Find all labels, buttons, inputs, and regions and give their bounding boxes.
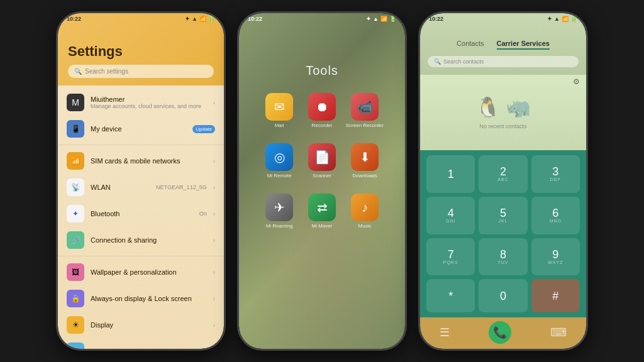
connection-icon: 🔗 [67,231,84,249]
contact-char-rhino: 🦏 [506,96,531,119]
miuithemer-icon: M [67,94,84,111]
no-recent-contacts: No recent contacts [479,123,526,129]
status-time-3: 10:22 [429,16,443,22]
settings-item-wallpaper[interactable]: 🖼 Wallpaper & personalization › [58,259,224,285]
downloads-icon: ⬇ [351,143,379,171]
num-key-0[interactable]: 0 [479,279,527,312]
app-mi-mover[interactable]: ⇄ Mi Mover [301,186,343,236]
lockscreen-chevron: › [213,295,215,302]
num-key-6[interactable]: 6 MNO [531,197,580,234]
scanner-icon: 📄 [308,143,336,171]
num-key-2[interactable]: 2 ABC [479,155,527,193]
num-key-4[interactable]: 4 GHI [426,197,475,234]
num-key-3[interactable]: 3 DEF [531,155,580,193]
lockscreen-text: Always-on display & Lock screen [91,295,207,302]
num-key-9[interactable]: 9 WXYZ [531,238,580,276]
bluetooth-icon: ✦ [67,205,84,222]
status-bar-2: 10:22 ✦ ▲ 📶 🔋 [239,13,405,25]
wallpaper-text: Wallpaper & personalization [91,268,207,276]
app-music[interactable]: ♪ Music [343,186,386,236]
app-scanner[interactable]: 📄 Scanner [301,136,343,186]
mydevice-icon: 📱 [67,120,84,138]
num-key-5[interactable]: 5 JKL [479,197,527,234]
app-mail[interactable]: ✉ Mail [258,85,301,136]
settings-section-account: M Miuithemer Manage accounts, cloud serv… [58,89,224,145]
num-key-1[interactable]: 1 [426,155,475,193]
app-mi-roaming[interactable]: ✈ Mi Roaming [258,186,301,236]
search-contacts-placeholder: Search contacts [443,58,484,65]
mail-icon: ✉ [265,93,293,121]
status-bar-3: 10:22 ✦ ▲ 📶 🔋 [420,13,586,25]
search-placeholder: Search settings [85,68,128,75]
settings-item-lockscreen[interactable]: 🔒 Always-on display & Lock screen › [58,285,224,312]
settings-item-wlan[interactable]: 📡 WLAN NETGEAR_112_5G › [58,174,224,200]
dialpad-icon[interactable]: ⌨ [550,326,567,339]
sim-text: SIM cards & mobile networks [91,157,207,165]
connection-chevron: › [213,237,215,244]
app-recorder[interactable]: ⏺ Recorder [301,85,343,136]
mi-roaming-icon: ✈ [265,194,293,221]
sim-icon: 📶 [67,152,84,170]
sound-chevron: › [213,348,215,349]
app-grid: ✉ Mail ⏺ Recorder 📹 Screen Recorder ◎ Mi… [258,85,386,236]
tab-carrier-services[interactable]: Carrier Services [497,40,550,50]
contact-char-penguin: 🐧 [475,96,501,119]
status-bar-1: 10:22 ✦ ▲ 📶 🔋 [58,13,224,25]
wlan-chevron: › [213,184,215,191]
sound-text: Sound & vibration [91,348,207,349]
dialer-search[interactable]: 🔍 Search contacts [428,56,579,67]
settings-item-connection[interactable]: 🔗 Connection & sharing › [58,227,224,253]
settings-item-miuithemer[interactable]: M Miuithemer Manage accounts, cloud serv… [58,89,224,116]
bluetooth-chevron: › [213,211,215,217]
settings-section-display: 🖼 Wallpaper & personalization › 🔒 Always… [58,259,224,349]
bluetooth-text: Bluetooth [91,210,193,217]
phone-apps: 10:22 ✦ ▲ 📶 🔋 Tools ✉ Mail ⏺ Recorder 📹 … [237,11,407,351]
settings-list: M Miuithemer Manage accounts, cloud serv… [58,85,224,349]
num-key-8[interactable]: 8 TUV [479,238,527,276]
display-icon: ☀ [67,316,84,334]
num-key-7[interactable]: 7 PQRS [426,238,475,276]
sound-icon: 🔔 [67,343,84,349]
sim-chevron: › [213,158,215,165]
status-icons-1: ✦ ▲ 📶 🔋 [185,16,215,22]
update-badge[interactable]: Update [192,125,215,133]
screen-recorder-icon: 📹 [351,93,379,121]
app-mi-remote[interactable]: ◎ Mi Remote [258,136,301,186]
call-button[interactable]: 📞 [489,321,511,344]
connection-text: Connection & sharing [91,236,207,244]
tab-contacts[interactable]: Contacts [457,40,484,50]
num-key-hash[interactable]: # [531,279,580,312]
app-downloads[interactable]: ⬇ Downloads [343,136,386,186]
display-text: Display [91,321,207,329]
settings-item-sound[interactable]: 🔔 Sound & vibration › [58,338,224,349]
settings-item-sim[interactable]: 📶 SIM cards & mobile networks › [58,148,224,174]
status-time-2: 10:22 [248,16,262,22]
num-key-star[interactable]: * [426,279,475,312]
folder-label: Tools [306,63,338,78]
wlan-value: NETGEAR_112_5G [156,184,207,190]
bluetooth-value: On [199,211,207,217]
gear-icon[interactable]: ⚙ [573,77,580,86]
music-icon: ♪ [351,194,379,221]
app-screen-recorder[interactable]: 📹 Screen Recorder [343,85,386,136]
settings-section-network: 📶 SIM cards & mobile networks › 📡 WLAN N… [58,148,224,256]
phone-dialer: 10:22 ✦ ▲ 📶 🔋 Contacts Carrier Services … [418,11,588,351]
miuithemer-text: Miuithemer Manage accounts, cloud servic… [91,96,207,109]
contacts-list-icon[interactable]: ☰ [440,326,450,339]
wallpaper-icon: 🖼 [67,263,84,281]
lockscreen-icon: 🔒 [67,290,84,307]
settings-item-display[interactable]: ☀ Display › [58,312,224,338]
settings-item-bluetooth[interactable]: ✦ Bluetooth On › [58,200,224,227]
display-chevron: › [213,322,215,329]
wallpaper-chevron: › [213,269,215,276]
recorder-icon: ⏺ [308,93,336,121]
status-time-1: 10:22 [67,16,81,22]
search-icon-dialer: 🔍 [434,58,441,65]
settings-search[interactable]: 🔍 Search settings [68,65,214,78]
mi-remote-icon: ◎ [265,143,293,171]
contact-characters: 🐧 🦏 [475,96,531,119]
numpad: 1 2 ABC 3 DEF 4 GHI 5 JKL 6 MNO [420,150,586,317]
contacts-area: ⚙ 🐧 🦏 No recent contacts [420,75,586,150]
settings-item-mydevice[interactable]: 📱 My device Update [58,116,224,142]
dialer-tabs: Contacts Carrier Services [420,40,586,53]
